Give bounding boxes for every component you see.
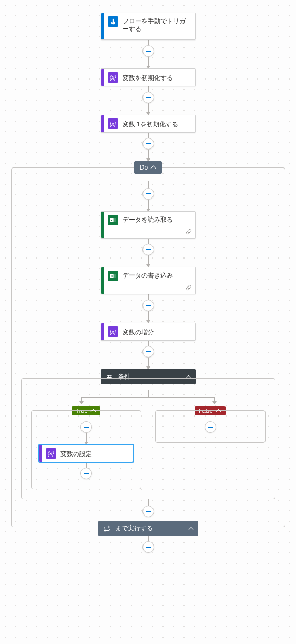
variable-icon: {x} bbox=[108, 72, 118, 83]
card-label: 変数を初期化する bbox=[123, 73, 173, 82]
connector bbox=[148, 311, 149, 323]
chevron-up-icon bbox=[189, 526, 194, 531]
trigger-card[interactable]: フローを手動でトリガーする bbox=[101, 13, 196, 40]
add-step-button[interactable] bbox=[142, 506, 154, 517]
link-icon bbox=[186, 229, 192, 236]
svg-text:x: x bbox=[110, 219, 112, 222]
add-step-button[interactable] bbox=[142, 300, 154, 311]
connector bbox=[148, 40, 149, 45]
chevron-up-icon bbox=[151, 165, 156, 170]
true-branch: True {x} 変数の設定 bbox=[29, 406, 144, 489]
condition-container: True {x} 変数の設定 bbox=[21, 378, 275, 499]
svg-text:x: x bbox=[110, 274, 112, 278]
connector bbox=[148, 150, 149, 161]
connector bbox=[148, 358, 149, 369]
add-step-button[interactable] bbox=[142, 346, 154, 358]
action-card-set-variable[interactable]: {x} 変数の設定 bbox=[39, 444, 134, 462]
false-branch: False bbox=[153, 406, 268, 443]
card-label: データの書き込み bbox=[123, 271, 173, 280]
connector bbox=[148, 133, 149, 138]
action-card-initialize-variable[interactable]: {x} 変数を初期化する bbox=[101, 68, 196, 86]
branch-split-connector bbox=[29, 390, 268, 406]
add-step-button[interactable] bbox=[142, 541, 154, 553]
add-step-button[interactable] bbox=[142, 92, 154, 103]
connector bbox=[148, 57, 149, 68]
card-label: データを読み取る bbox=[123, 215, 173, 224]
do-until-container: x データを読み取る x データの書き込み bbox=[11, 167, 285, 527]
add-step-button[interactable] bbox=[142, 244, 154, 255]
add-step-button[interactable] bbox=[142, 188, 154, 200]
do-until-footer[interactable]: まで実行する bbox=[98, 521, 198, 536]
connector bbox=[148, 536, 149, 541]
card-label: 変数の増分 bbox=[123, 328, 154, 336]
add-step-button[interactable] bbox=[142, 138, 154, 150]
card-label: 変数の設定 bbox=[60, 449, 92, 458]
true-branch-container: {x} 変数の設定 bbox=[31, 410, 141, 489]
action-card-initialize-variable-1[interactable]: {x} 変数 1を初期化する bbox=[101, 115, 196, 133]
action-card-read-data[interactable]: x データを読み取る bbox=[101, 211, 196, 239]
connector bbox=[148, 499, 149, 506]
excel-icon: x bbox=[108, 271, 118, 281]
trigger-label: フローを手動でトリガーする bbox=[123, 16, 191, 33]
connector bbox=[148, 239, 149, 244]
chevron-up-icon bbox=[216, 408, 221, 413]
loop-icon bbox=[103, 524, 111, 533]
variable-icon: {x} bbox=[108, 326, 118, 337]
designer-canvas[interactable]: フローを手動でトリガーする {x} 変数を初期化する {x} 変数 1を初期化す… bbox=[0, 0, 296, 644]
action-card-write-data[interactable]: x データの書き込み bbox=[101, 267, 196, 294]
false-branch-container bbox=[155, 410, 266, 443]
link-icon bbox=[186, 284, 192, 292]
do-label: Do bbox=[140, 164, 148, 171]
connector bbox=[86, 433, 87, 444]
add-step-button[interactable] bbox=[80, 468, 92, 479]
do-until-header[interactable]: Do bbox=[134, 161, 162, 174]
connector bbox=[148, 341, 149, 346]
chevron-up-icon bbox=[91, 408, 96, 413]
add-step-button[interactable] bbox=[142, 45, 154, 57]
variable-icon: {x} bbox=[108, 118, 118, 129]
until-label: まで実行する bbox=[115, 524, 153, 533]
connector bbox=[148, 255, 149, 267]
connector bbox=[148, 200, 149, 211]
variable-icon: {x} bbox=[46, 448, 56, 459]
connector bbox=[148, 86, 149, 92]
connector bbox=[148, 103, 149, 115]
touch-icon bbox=[108, 16, 118, 27]
card-label: 変数 1を初期化する bbox=[123, 120, 178, 128]
connector bbox=[148, 181, 149, 188]
connector bbox=[86, 462, 87, 468]
add-step-button[interactable] bbox=[80, 421, 92, 433]
excel-icon: x bbox=[108, 215, 118, 225]
action-card-increment-variable[interactable]: {x} 変数の増分 bbox=[101, 323, 196, 341]
add-step-button[interactable] bbox=[205, 421, 216, 433]
connector bbox=[148, 294, 149, 300]
